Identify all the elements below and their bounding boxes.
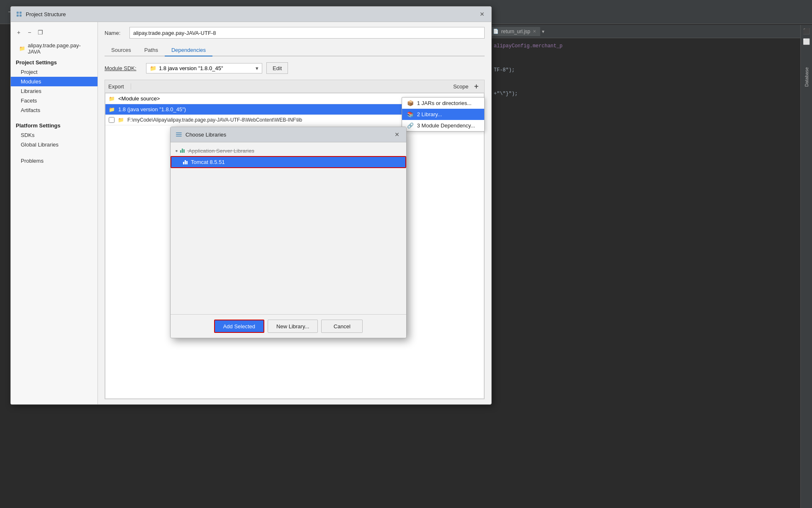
name-field-label: Name:: [105, 30, 125, 36]
add-jars-icon: 📦: [407, 100, 414, 106]
module-item-label: alipay.trade.page.pay-JAVA: [28, 42, 93, 55]
problems-label: Problems: [21, 158, 44, 164]
sdks-label: SDKs: [21, 132, 34, 138]
sdk-folder-icon: 📁: [150, 65, 156, 71]
project-settings-header: Project Settings: [11, 56, 98, 67]
edit-sdk-button[interactable]: Edit: [266, 62, 288, 74]
dialog-titlebar: Project Structure ✕: [11, 7, 491, 22]
platform-settings-header: Platform Settings: [11, 119, 98, 130]
sdk-label: Module SDK:: [105, 65, 142, 71]
sidebar-item-global-libraries[interactable]: Global Libraries: [11, 140, 98, 149]
svg-rect-4: [176, 132, 182, 133]
scope-area: Scope: [453, 83, 468, 90]
remove-module-button[interactable]: −: [25, 28, 34, 37]
database-panel-label[interactable]: Database: [802, 64, 811, 90]
choose-libraries-title-text: Choose Libraries: [185, 132, 226, 138]
sidebar-item-problems[interactable]: Problems: [11, 156, 98, 166]
add-library-label: 2 Library...: [417, 111, 442, 117]
sidebar-item-facets[interactable]: Facets: [11, 96, 98, 105]
artifacts-label: Artifacts: [21, 107, 40, 113]
name-row: Name:: [105, 27, 485, 39]
copy-module-button[interactable]: ❐: [36, 28, 45, 37]
choose-libraries-footer: Add Selected New Library... Cancel: [171, 314, 406, 338]
add-module-dep-label: 3 Module Dependency...: [417, 122, 475, 129]
libraries-label: Libraries: [21, 88, 41, 94]
tab-sources[interactable]: Sources: [105, 44, 138, 56]
svg-rect-5: [176, 134, 182, 135]
add-module-dep-icon: 🔗: [407, 122, 414, 129]
choose-libraries-body: ▾ Application Server Libraries: [171, 142, 406, 314]
project-structure-icon: [16, 11, 22, 17]
jdk-icon: 📁: [109, 107, 115, 112]
module-item-alipay[interactable]: 📁 alipay.trade.page.pay-JAVA: [11, 41, 98, 56]
dep-checkbox-webcontent[interactable]: [109, 117, 115, 123]
module-folder-icon: 📁: [19, 46, 25, 51]
tool-icon-2[interactable]: ⬜: [802, 37, 811, 46]
app-server-group-label: Application Server Libraries: [180, 148, 254, 154]
add-library-option[interactable]: 📚 2 Library...: [402, 109, 484, 120]
facets-label: Facets: [21, 98, 37, 104]
tomcat-icon: [183, 160, 188, 164]
choose-libraries-close-button[interactable]: ✕: [393, 130, 401, 139]
module-source-icon: 📁: [109, 96, 115, 102]
export-column-header: Export: [108, 83, 131, 90]
dep-row-module-source-label: <Module source>: [118, 95, 160, 102]
svg-rect-1: [20, 12, 22, 14]
choose-libraries-titlebar: Choose Libraries ✕: [171, 127, 406, 142]
add-jars-option[interactable]: 📦 1 JARs or directories...: [402, 98, 484, 109]
add-dependency-popup: 📦 1 JARs or directories... 📚 2 Library..…: [402, 97, 485, 132]
right-tool-panel: ⬛ ⬜ Database: [800, 25, 812, 508]
add-module-button[interactable]: +: [14, 28, 23, 37]
svg-rect-0: [17, 12, 19, 14]
choose-libraries-icon: [176, 131, 182, 138]
dialog-close-button[interactable]: ✕: [478, 10, 486, 18]
sdk-row: Module SDK: 📁 1.8 java version "1.8.0_45…: [105, 62, 485, 74]
sidebar-toolbar: + − ❐: [11, 26, 98, 39]
cancel-button[interactable]: Cancel: [321, 320, 363, 333]
svg-rect-6: [176, 136, 182, 137]
scope-column-header: Scope: [453, 83, 468, 90]
app-server-icon: [180, 149, 185, 153]
choose-libraries-dialog: Choose Libraries ✕ ▾ Application Server …: [170, 127, 407, 338]
app-server-group-header[interactable]: ▾ Application Server Libraries: [171, 146, 406, 156]
global-libraries-label: Global Libraries: [21, 142, 59, 148]
sidebar-item-modules[interactable]: Modules: [11, 77, 98, 86]
sdk-select-dropdown[interactable]: 📁 1.8 java version "1.8.0_45" ▾: [146, 63, 262, 73]
dialog-title: Project Structure: [16, 11, 66, 17]
tomcat-label: Tomcat 8.5.51: [191, 159, 225, 165]
add-library-icon: 📚: [407, 111, 414, 117]
add-module-dep-option[interactable]: 🔗 3 Module Dependency...: [402, 120, 484, 131]
dep-row-jdk-label: 1.8 (java version "1.8.0_45"): [118, 106, 186, 112]
sidebar-item-sdks[interactable]: SDKs: [11, 130, 98, 140]
sdk-dropdown-arrow: ▾: [256, 65, 258, 71]
dialog-overlay: Project Structure ✕ + − ❐ 📁 alipay.trade…: [0, 0, 812, 508]
tabs-bar: Sources Paths Dependencies: [105, 44, 485, 56]
tab-paths[interactable]: Paths: [138, 44, 165, 56]
tomcat-library-item[interactable]: Tomcat 8.5.51: [171, 156, 406, 168]
project-label: Project: [21, 69, 37, 75]
sidebar-item-libraries[interactable]: Libraries: [11, 86, 98, 96]
add-selected-button[interactable]: Add Selected: [214, 320, 264, 333]
name-field-input[interactable]: [129, 27, 485, 39]
choose-libraries-title: Choose Libraries: [176, 131, 226, 138]
add-dependency-button[interactable]: +: [472, 82, 481, 91]
group-expand-icon: ▾: [176, 149, 178, 153]
dep-table-header: Export Scope +: [105, 80, 484, 93]
sidebar-item-project[interactable]: Project: [11, 67, 98, 77]
webcontent-folder-icon: 📁: [118, 117, 124, 123]
dialog-sidebar: + − ❐ 📁 alipay.trade.page.pay-JAVA Proje…: [11, 22, 98, 404]
add-jars-label: 1 JARs or directories...: [417, 100, 472, 106]
new-library-button[interactable]: New Library...: [268, 320, 318, 333]
tab-dependencies[interactable]: Dependencies: [165, 44, 212, 56]
svg-rect-3: [20, 15, 22, 17]
svg-rect-2: [17, 15, 19, 17]
dialog-title-text: Project Structure: [26, 11, 66, 17]
sidebar-item-artifacts[interactable]: Artifacts: [11, 105, 98, 115]
tool-icon-1[interactable]: ⬛: [802, 27, 811, 36]
dep-row-webcontent-label: F:\myCode\Alipay\alipay.trade.page.pay-J…: [127, 117, 302, 123]
sdk-select-value: 1.8 java version "1.8.0_45": [159, 65, 223, 71]
modules-label: Modules: [21, 78, 41, 85]
